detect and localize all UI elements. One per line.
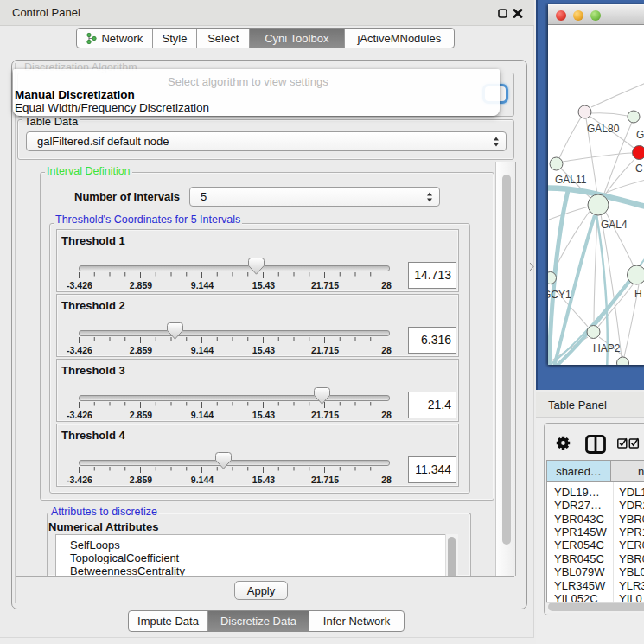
svg-text:C…: C…: [635, 163, 644, 175]
svg-text:GAL4: GAL4: [601, 219, 628, 231]
svg-text:GCY1: GCY1: [548, 289, 571, 301]
svg-text:GAL80: GAL80: [587, 123, 620, 135]
svg-text:GAL11: GAL11: [555, 174, 587, 186]
svg-text:HAP2: HAP2: [593, 342, 621, 354]
svg-text:H: H: [634, 288, 642, 300]
svg-text:G…: G…: [636, 129, 644, 141]
